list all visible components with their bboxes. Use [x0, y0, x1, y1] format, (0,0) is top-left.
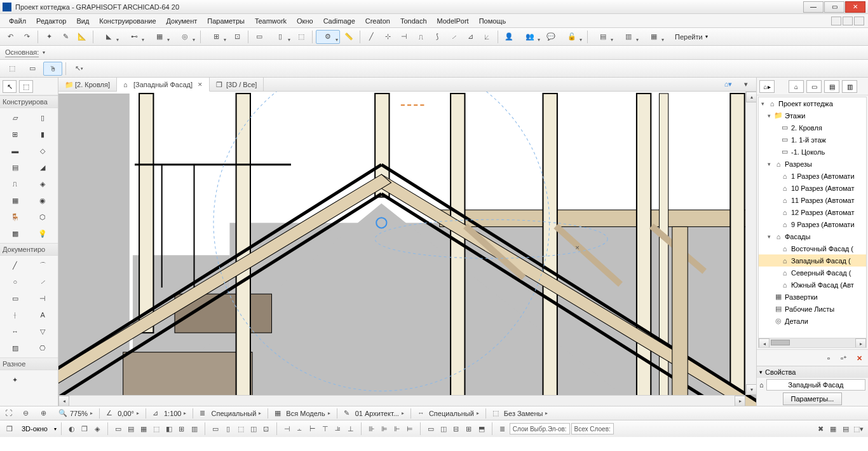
navigate-label[interactable]: Перейти: [675, 33, 703, 41]
navigator-mode-view-map[interactable]: ▭: [806, 80, 822, 93]
menu-view[interactable]: Вид: [71, 15, 94, 27]
grid-button[interactable]: ⊞: [204, 30, 228, 44]
trace-ref-button[interactable]: ▯: [268, 30, 292, 44]
edit-tool-8[interactable]: ⟀: [479, 30, 494, 44]
doc-minimize-button[interactable]: [831, 17, 841, 25]
edit-btn-1[interactable]: ▭: [210, 423, 221, 434]
tab-elevation[interactable]: ⌂[Западный Фасад]✕: [117, 78, 210, 92]
layer-combo-icon[interactable]: ≣: [200, 409, 208, 418]
edit-tool-4[interactable]: ⎍: [413, 30, 428, 44]
layer-selection-1[interactable]: Слои Выбр.Эл-ов:: [510, 423, 570, 434]
arrow-select-tool[interactable]: ↖: [3, 80, 17, 93]
nav-btn-1[interactable]: ◐: [66, 423, 78, 434]
navigator-mode-project-map[interactable]: ⌂: [789, 80, 804, 93]
layer-dropdown-icon[interactable]: ▾: [43, 50, 45, 55]
column-tool[interactable]: ▮: [31, 127, 56, 141]
window-button-3[interactable]: ▦: [642, 30, 666, 44]
circle-tool[interactable]: ○: [3, 275, 28, 289]
menu-cadimage[interactable]: Cadimage: [318, 15, 360, 27]
grp-btn-5[interactable]: ◧: [163, 423, 175, 434]
angle-value[interactable]: 0,00°: [118, 410, 134, 417]
dist-btn-2[interactable]: ⊫: [379, 423, 390, 434]
marquee-tool-1[interactable]: ⬚: [3, 62, 22, 76]
curtain-wall-tool[interactable]: ▦: [3, 193, 28, 207]
redo-button[interactable]: ↷: [19, 30, 34, 44]
inject-button[interactable]: ✎: [58, 30, 73, 44]
object-tool[interactable]: 🪑: [3, 210, 28, 224]
tab-action-2[interactable]: ▾: [738, 78, 754, 92]
parameters-button[interactable]: Параметры...: [783, 392, 843, 405]
layer-combo-value[interactable]: Специальный: [211, 410, 256, 417]
end-btn-1[interactable]: ✖: [815, 423, 826, 434]
mesh-tool[interactable]: ▩: [3, 226, 28, 240]
al-btn-4[interactable]: ⊤: [320, 423, 331, 434]
line-tool[interactable]: ╱: [3, 258, 28, 272]
teamwork-button-1[interactable]: 👤: [501, 30, 517, 44]
snap-guides-button[interactable]: ⊷: [122, 30, 146, 44]
al-btn-6[interactable]: ⊥: [345, 423, 356, 434]
dim-icon[interactable]: ↔: [417, 409, 426, 418]
menu-options[interactable]: Параметры: [202, 15, 250, 27]
override-value[interactable]: Без Замены: [504, 410, 543, 417]
al-btn-3[interactable]: ⊢: [307, 423, 318, 434]
toolbox-section-document[interactable]: Документиро: [0, 243, 58, 256]
angle-icon[interactable]: ∠: [106, 409, 115, 418]
menu-file[interactable]: Файл: [4, 15, 31, 27]
zoom-icon[interactable]: 🔍: [58, 409, 67, 418]
misc-btn-2[interactable]: ◫: [438, 423, 449, 434]
edit-btn-4[interactable]: ◫: [248, 423, 259, 434]
lamp-tool[interactable]: 💡: [31, 226, 56, 240]
dim-value[interactable]: Специальный: [429, 410, 474, 417]
menu-modelport[interactable]: ModelPort: [432, 15, 474, 27]
nav-action-new[interactable]: ▫: [822, 352, 835, 364]
beam-tool[interactable]: ▬: [3, 144, 28, 158]
elevation-tool[interactable]: ⟊: [3, 308, 28, 322]
zoom-in-icon[interactable]: ⊕: [41, 409, 50, 418]
dist-btn-4[interactable]: ⊨: [404, 423, 416, 434]
snap-angle-button[interactable]: ◣: [97, 30, 121, 44]
3d-window-icon[interactable]: ❒: [4, 423, 15, 434]
section-tool[interactable]: ⊣: [31, 291, 56, 305]
menu-document[interactable]: Документ: [161, 15, 203, 27]
level-tool[interactable]: ▽: [31, 324, 56, 338]
end-btn-2[interactable]: ▦: [827, 423, 839, 434]
menu-edit[interactable]: Редактор: [31, 15, 71, 27]
property-name-input[interactable]: [766, 379, 865, 391]
arrow-tool[interactable]: ↖▾: [69, 62, 88, 76]
edit-tool-5[interactable]: ⟆: [430, 30, 445, 44]
teamwork-button-3[interactable]: 💬: [543, 30, 559, 44]
doc-close-button[interactable]: [854, 17, 864, 25]
undo-button[interactable]: ↶: [3, 30, 18, 44]
nav-action-settings[interactable]: ▫⁺: [837, 352, 850, 364]
snap-grid-button[interactable]: ▦: [147, 30, 172, 44]
renovation-button[interactable]: ⚙: [316, 30, 340, 44]
edit-tool-1[interactable]: ╱: [363, 30, 379, 44]
marquee-tool-2[interactable]: ▭: [23, 62, 42, 76]
door-tool[interactable]: ▯: [31, 111, 56, 125]
end-btn-3[interactable]: ▤: [840, 423, 851, 434]
navigator-mode-1[interactable]: ⌂▸: [759, 80, 775, 93]
nav-action-delete[interactable]: ✕: [853, 352, 865, 364]
edit-btn-2[interactable]: ▯: [222, 423, 234, 434]
grp-btn-1[interactable]: ▭: [112, 423, 124, 434]
hotspot-tool[interactable]: ✦: [3, 373, 28, 387]
close-button[interactable]: ✕: [845, 1, 865, 13]
pen-value[interactable]: 01 Архитект...: [355, 410, 399, 417]
dist-btn-3[interactable]: ⊩: [391, 423, 403, 434]
misc-btn-5[interactable]: ⬒: [476, 423, 487, 434]
al-btn-5[interactable]: ⫡: [332, 423, 344, 434]
chevron-down-icon[interactable]: ▾: [759, 369, 763, 375]
window-tool[interactable]: ⊞: [3, 127, 28, 141]
edit-btn-3[interactable]: ⬚: [235, 423, 247, 434]
canvas[interactable]: × ▴▾ ◂▸: [58, 92, 756, 406]
teamwork-button-2[interactable]: 👥: [518, 30, 542, 44]
misc-btn-4[interactable]: ⊞: [463, 423, 475, 434]
menu-design[interactable]: Конструирование: [94, 15, 161, 27]
drawing-tool[interactable]: ▭: [3, 291, 28, 305]
marquee-select-tool[interactable]: ⬚: [19, 80, 33, 93]
measure-button[interactable]: 📐: [74, 30, 90, 44]
marquee-tool-3[interactable]: 🖱: [43, 62, 62, 76]
vertical-scrollbar[interactable]: ▴▾: [745, 92, 756, 395]
snap-point-button[interactable]: ◎: [173, 30, 197, 44]
spline-tool[interactable]: [31, 373, 56, 387]
